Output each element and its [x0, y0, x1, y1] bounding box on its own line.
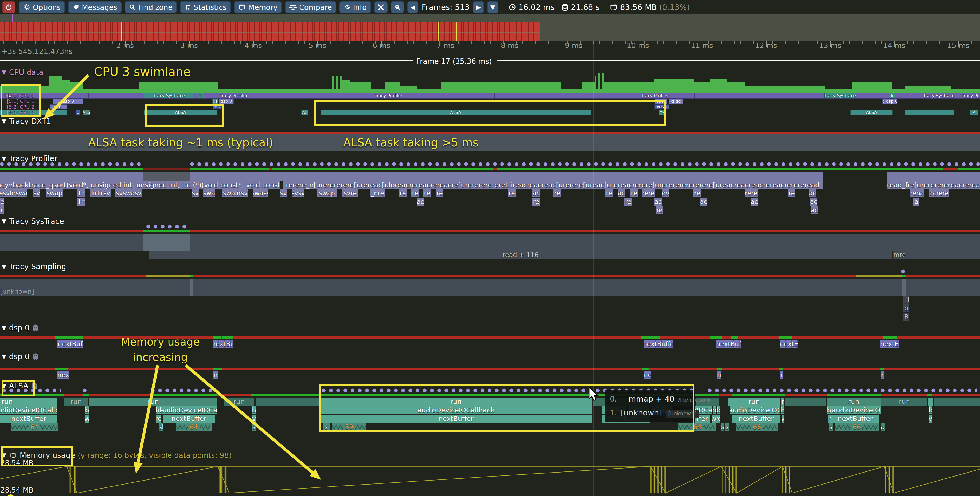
cpu-zone[interactable]: ds [212, 99, 218, 104]
alsa-run-zone[interactable] [928, 398, 933, 406]
zone-small[interactable]: svswasv [115, 189, 142, 197]
compare-button[interactable]: Compare [285, 1, 336, 13]
dsp-zone[interactable]: n [213, 371, 218, 379]
sampling-zone[interactable] [189, 279, 193, 287]
sampling-dots-row[interactable] [151, 388, 214, 393]
zone-small[interactable]: sv [33, 189, 40, 197]
zone-small[interactable]: swap [46, 189, 63, 197]
zone-small[interactable]: lirlirsv [90, 189, 111, 197]
zone-small[interactable]: swa [203, 189, 215, 197]
sampling-dots-row[interactable] [708, 388, 977, 393]
alsa-nextbuffer-zone[interactable]: v [781, 415, 784, 423]
section-header-dsp-0[interactable]: ▼dsp 0 [2, 323, 39, 332]
zone-folded[interactable] [190, 172, 283, 181]
zone-small[interactable]: reba [910, 189, 924, 197]
alsa-callback-zone[interactable]: hl [156, 406, 161, 414]
alsa-run-zone[interactable]: r [781, 398, 784, 406]
collapse-triangle-icon[interactable]: ▼ [2, 118, 6, 125]
zone-small[interactable]: ac [751, 198, 758, 206]
zone-folded[interactable] [283, 172, 823, 181]
memory-button[interactable]: Memory [234, 1, 282, 13]
alsa-nextbuffer-zone[interactable]: v [929, 415, 932, 423]
alsa-small-zone[interactable]: sl [159, 423, 163, 431]
zone-small[interactable]: re [436, 189, 443, 197]
collapse-triangle-icon[interactable]: ▼ [2, 155, 6, 162]
zone-small[interactable]: ac [810, 198, 817, 206]
zone-small[interactable]: re [423, 189, 431, 197]
zone-small[interactable]: re [399, 189, 407, 197]
collapse-triangle-icon[interactable]: ▼ [2, 218, 6, 225]
zone-small[interactable]: re [532, 198, 540, 206]
systrace-zone[interactable] [189, 234, 980, 242]
alsa-run-zone[interactable]: run [224, 398, 254, 406]
messages-button[interactable]: Messages [68, 1, 121, 13]
alsa-collapsed-zones[interactable]: 64 [176, 423, 212, 431]
alsa-nextbuffer-zone[interactable]: w [712, 415, 716, 423]
frames-overview-strip[interactable] [0, 14, 980, 41]
sampling-dots-row[interactable] [190, 162, 980, 166]
cpu-zone[interactable]: d [76, 110, 80, 115]
zone-small[interactable]: re [694, 189, 701, 197]
alsa-small-zone[interactable]: s [252, 423, 256, 431]
alsa-run-zone[interactable]: run [728, 398, 781, 406]
alsa-callback-zone[interactable]: b [252, 406, 256, 414]
systrace-zone[interactable] [143, 234, 189, 242]
zone-folded[interactable] [887, 172, 980, 181]
zone-small[interactable]: _nre [370, 189, 385, 197]
zone-function[interactable]: read_fre[urerererereacrerea [887, 181, 980, 189]
alsa-small-zone[interactable]: s [721, 423, 724, 431]
alsa-callback-zone[interactable]: b [929, 406, 932, 414]
prev-frame-button[interactable]: ◀ [407, 1, 418, 13]
alsa-collapsed-zones[interactable]: 66 [835, 423, 879, 431]
zone-small[interactable]: sv [192, 189, 199, 197]
zone-small[interactable]: ac [617, 189, 625, 197]
alsa-callback-zone[interactable]: b [85, 406, 89, 414]
cpu-zone[interactable]: AL [301, 110, 308, 115]
options-button[interactable]: Options [19, 1, 65, 13]
alsa-run-zone[interactable]: run [0, 398, 57, 406]
alsa-callback-zone[interactable]: b [781, 406, 784, 414]
sampling-zone[interactable] [902, 287, 906, 296]
zoom-button[interactable] [391, 1, 404, 13]
alsa-nextbuffer-zone[interactable]: nextBuffer [732, 415, 781, 423]
info-button[interactable]: Info [339, 1, 371, 13]
alsa-run-zone[interactable]: run [89, 398, 217, 406]
alsa-nextbuffer-zone[interactable]: re [156, 415, 161, 423]
zone-small[interactable]: re [554, 189, 561, 197]
sampling-dots-row[interactable] [83, 388, 87, 393]
dsp-zone[interactable]: r [780, 371, 783, 379]
dsp-zone[interactable]: n [717, 371, 721, 379]
frame-marker-row[interactable]: Frame 17 (35.36 ms) [0, 57, 980, 65]
alsa-nextbuffer-zone[interactable]: nextBuffer [163, 415, 215, 423]
zone-small[interactable]: e [0, 198, 4, 206]
section-header-tracy-profiler[interactable]: ▼Tracy Profiler [2, 154, 57, 163]
cpu-zone[interactable]: p 0 [50, 104, 67, 109]
dsp-zone[interactable]: nextBuf [716, 340, 741, 349]
frames-bar[interactable] [0, 22, 540, 41]
alsa-run-zone[interactable]: run [881, 398, 928, 406]
cpu-zone[interactable]: d dd [669, 99, 683, 104]
sampling-zone[interactable] [902, 279, 906, 287]
zone-small[interactable]: svre [342, 189, 358, 197]
zone-small[interactable]: re [656, 206, 663, 214]
sampling-zone[interactable] [189, 287, 193, 296]
systrace-zone[interactable] [143, 242, 189, 250]
zone-small[interactable]: acrere [929, 189, 949, 197]
zone-small[interactable]: lir [78, 189, 86, 197]
zone-small[interactable]: re [605, 189, 613, 197]
sampling-dots-row[interactable] [0, 162, 143, 166]
zone-small[interactable]: ac [532, 189, 540, 197]
zone-small[interactable]: lir [78, 198, 86, 206]
zone-small[interactable]: swalirsv [222, 189, 248, 197]
collapse-triangle-icon[interactable]: ▼ [2, 263, 6, 270]
cpu-zone[interactable]: d dsp 0 [882, 99, 897, 104]
dsp-zone[interactable]: nex [57, 371, 69, 379]
zone-small[interactable]: re [625, 198, 632, 206]
alsa-collapsed-zones[interactable]: 64 [11, 423, 58, 431]
zone-folded[interactable] [0, 172, 144, 181]
alsa-nextbuffer-zone[interactable]: r [828, 415, 831, 423]
alsa-callback-zone[interactable]: b [717, 406, 720, 414]
zone-small[interactable]: re [508, 189, 515, 197]
sampling-zone[interactable] [0, 279, 980, 287]
zone-small[interactable]: sv [280, 189, 287, 197]
